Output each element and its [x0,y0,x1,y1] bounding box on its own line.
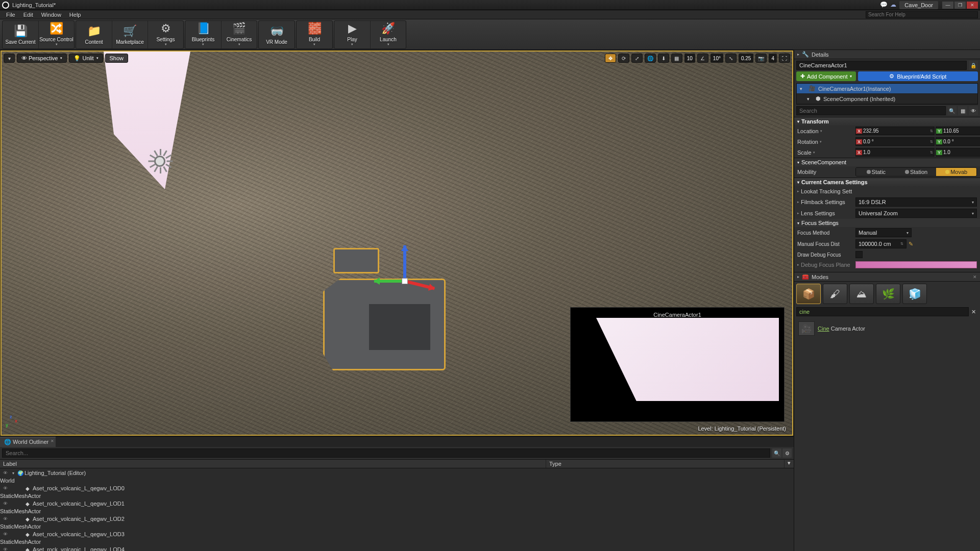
angle-snap-toggle[interactable]: ∠ [697,54,708,63]
menu-edit[interactable]: Edit [19,11,37,19]
details-search-input[interactable] [796,106,946,115]
outliner-row[interactable]: 👁◆Aset_rock_volcanic_L_qegwv_LOD0 [0,484,794,493]
modes-search-input[interactable] [796,307,969,316]
outliner-row[interactable]: 👁◆Aset_rock_volcanic_L_qegwv_LOD4 [0,545,794,551]
details-matrix-icon[interactable]: ▦ [958,106,967,115]
settings-button[interactable]: ⚙Settings [148,21,183,48]
translate-mode-button[interactable]: ✥ [605,54,616,63]
build-button[interactable]: 🧱Build [297,21,332,48]
search-icon[interactable]: 🔍 [772,448,781,458]
outliner-row[interactable]: 👁▾🌍Lighting_Tutorial (Editor) [0,468,794,478]
scale-y-input[interactable] [942,149,980,155]
blueprints-button[interactable]: 📘Blueprints [185,21,221,48]
clear-search-icon[interactable]: ✕ [969,307,978,316]
outliner-rows[interactable]: 👁▾🌍Lighting_Tutorial (Editor)World👁◆Aset… [0,468,794,551]
component-scene[interactable]: ▾⬢SceneComponent (Inherited) [797,94,977,104]
transform-category[interactable]: ▾Transform [794,117,980,126]
source-control-button[interactable]: 🔀Source Control [38,21,74,48]
cine-camera-actor[interactable] [313,248,456,381]
viewport-options-button[interactable]: ▾ [4,54,15,63]
blueprint-add-script-button[interactable]: ⚙ Blueprint/Add Script [858,71,978,81]
actor-name-input[interactable] [796,61,967,70]
filter-icon[interactable]: ⚙ [782,448,792,458]
landscape-mode-button[interactable]: ⛰ [849,284,874,304]
mobility-stationary-button[interactable]: Station [896,168,937,176]
play-button[interactable]: ▶Play [334,21,370,48]
modes-tab[interactable]: ▸🧰Modes✕ [794,272,980,282]
cinematics-button[interactable]: 🎬Cinematics [221,21,257,48]
maximize-button[interactable]: ❐ [954,2,966,9]
mobility-static-button[interactable]: Static [856,168,896,176]
viewport-perspective-button[interactable]: 👁Perspective [17,54,67,63]
location-x-input[interactable] [862,128,929,134]
geometry-mode-button[interactable]: 🧊 [902,284,927,304]
level-tab[interactable]: Cave_Door [899,1,938,9]
column-label[interactable]: Label [0,460,546,468]
content-button[interactable]: 📁Content [76,21,112,48]
eyedropper-icon[interactable]: ✎ [909,241,916,247]
viewport-lit-mode-button[interactable]: 💡Unlit [69,54,103,63]
scale-snap-toggle[interactable]: ⤡ [725,54,737,63]
draw-debug-row: Draw Debug Focus [794,249,980,260]
world-outliner-tab[interactable]: 🌐 World Outliner✕ [0,437,56,447]
minimize-button[interactable]: — [942,2,953,9]
component-root[interactable]: ▾🎥CineCameraActor1(Instance) [797,84,977,94]
menu-help[interactable]: Help [65,11,85,19]
mobility-movable-button[interactable]: Movab [936,168,976,176]
manual-focus-input[interactable]: 100000.0 cm⇅ [855,239,906,248]
launch-button[interactable]: 🚀Launch [370,21,406,48]
outliner-row[interactable]: 👁◆Aset_rock_volcanic_L_qegwv_LOD1 [0,499,794,508]
menu-file[interactable]: File [2,11,19,19]
lock-details-icon[interactable]: 🔒 [969,61,978,70]
camera-settings-category[interactable]: ▾Current Camera Settings [794,178,980,186]
source-control-icon[interactable]: ☁ [890,1,898,9]
component-tree[interactable]: ▾🎥CineCameraActor1(Instance) ▾⬢SceneComp… [796,83,978,105]
help-search-input[interactable] [866,11,978,18]
world-outliner-panel: 🌐 World Outliner✕ 🔍 ⚙ Label Type ▾ 👁▾🌍Li… [0,436,794,551]
close-button[interactable]: ✕ [967,2,978,9]
place-mode-button[interactable]: 📦 [796,284,821,304]
maximize-viewport-button[interactable]: ⛶ [779,54,790,63]
save-current-button[interactable]: 💾Save Current [3,21,38,48]
scale-mode-button[interactable]: ⤢ [631,54,643,63]
details-search-icon[interactable]: 🔍 [947,106,957,115]
camera-speed-icon[interactable]: 📷 [755,54,767,63]
outliner-row[interactable]: 👁◆Aset_rock_volcanic_L_qegwv_LOD3 [0,530,794,539]
paint-mode-button[interactable]: 🖌 [823,284,847,304]
details-tab[interactable]: ▸🔧Details [794,50,980,59]
foliage-mode-button[interactable]: 🌿 [876,284,900,304]
rotation-x-input[interactable] [862,139,929,144]
notification-icon[interactable]: 💬 [880,1,888,9]
filmback-dropdown[interactable]: 16:9 DSLR [855,197,977,207]
add-component-button[interactable]: ✚ Add Component [796,71,856,81]
surface-snap-button[interactable]: ⬇ [658,54,669,63]
scale-x-input[interactable] [862,149,929,155]
rotate-mode-button[interactable]: ⟳ [618,54,629,63]
grid-snap-value[interactable]: 10 [684,54,695,63]
debug-focus-color[interactable] [855,261,977,268]
column-type[interactable]: Type [546,460,785,468]
camera-speed-value[interactable]: 4 [769,54,777,63]
outliner-search-input[interactable] [2,448,770,458]
scale-snap-value[interactable]: 0.25 [739,54,753,63]
outliner-row[interactable]: 👁◆Aset_rock_volcanic_L_qegwv_LOD2 [0,514,794,523]
level-viewport[interactable]: ▾ 👁Perspective 💡Unlit Show ✥ ⟳ ⤢ 🌐 ⬇ ▦ 1… [1,51,793,436]
draw-debug-checkbox[interactable] [855,251,863,258]
lookat-tracking-row[interactable]: ▸Lookat Tracking Sett [794,186,980,196]
angle-snap-value[interactable]: 10° [710,54,723,63]
coord-space-button[interactable]: 🌐 [645,54,656,63]
menu-window[interactable]: Window [37,11,65,19]
grid-snap-toggle[interactable]: ▦ [671,54,682,63]
scene-component-header[interactable]: ▾SceneComponent [794,158,980,166]
details-eye-icon[interactable]: 👁 [969,106,978,115]
focus-method-dropdown[interactable]: Manual [855,228,912,237]
rotation-y-input[interactable] [942,139,980,144]
marketplace-button[interactable]: 🛒Marketplace [112,21,148,48]
focus-settings-header[interactable]: ▾Focus Settings [794,219,980,227]
transform-gizmo[interactable] [405,281,405,282]
location-y-input[interactable] [942,128,980,134]
viewport-show-button[interactable]: Show [105,54,129,63]
lens-dropdown[interactable]: Universal Zoom [855,209,977,218]
modes-result-cine-camera[interactable]: 🎥 Cine Camera Actor [796,319,978,338]
vr-mode-button[interactable]: 🥽VR Mode [259,21,295,48]
